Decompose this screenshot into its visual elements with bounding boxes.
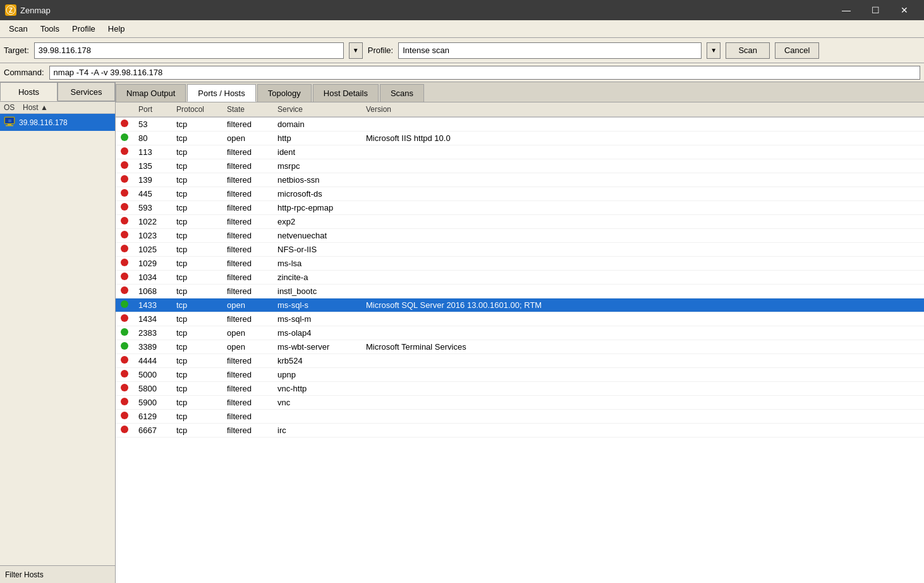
maximize-button[interactable]: ☐ [861,0,890,20]
tab-topology[interactable]: Topology [257,84,312,102]
port-cell: 3389 [133,340,171,354]
table-row[interactable]: 3389 tcp open ms-wbt-server Microsoft Te… [116,340,924,354]
status-cell [116,271,133,285]
status-cell [116,257,133,271]
state-cell: filtered [222,410,272,424]
profile-dropdown-button[interactable]: ▼ [707,42,720,59]
table-row[interactable]: 53 tcp filtered domain [116,117,924,132]
status-dot [121,189,128,197]
service-cell: ident [272,145,361,159]
menu-tools[interactable]: Tools [34,21,66,36]
tab-ports-hosts[interactable]: Ports / Hosts [187,84,255,102]
service-cell: netvenuechat [272,229,361,243]
table-row[interactable]: 1029 tcp filtered ms-lsa [116,257,924,271]
menu-profile[interactable]: Profile [66,21,102,36]
menu-scan[interactable]: Scan [3,21,34,36]
service-cell: ms-olap4 [272,326,361,340]
version-cell [361,187,924,201]
table-row[interactable]: 2383 tcp open ms-olap4 [116,326,924,340]
close-button[interactable]: ✕ [890,0,919,20]
port-cell: 1068 [133,285,171,298]
table-row[interactable]: 1433 tcp open ms-sql-s Microsoft SQL Ser… [116,298,924,312]
titlebar: Z Zenmap — ☐ ✕ [0,0,924,20]
version-cell [361,145,924,159]
status-cell [116,382,133,396]
scan-button[interactable]: Scan [726,42,770,59]
profile-input[interactable] [398,42,702,59]
status-cell [116,145,133,159]
table-row[interactable]: 113 tcp filtered ident [116,145,924,159]
state-cell: filtered [222,354,272,368]
table-row[interactable]: 1022 tcp filtered exp2 [116,215,924,229]
state-cell: filtered [222,271,272,285]
table-row[interactable]: 445 tcp filtered microsoft-ds [116,187,924,201]
col-header-service[interactable]: Service [272,102,361,117]
port-cell: 139 [133,173,171,187]
table-row[interactable]: 6667 tcp filtered irc [116,424,924,438]
tab-scans[interactable]: Scans [380,84,424,102]
tab-host-details[interactable]: Host Details [313,84,379,102]
state-cell: open [222,326,272,340]
col-header-version[interactable]: Version [361,102,924,117]
col-header-port[interactable]: Port [133,102,171,117]
service-cell: ms-sql-m [272,312,361,326]
status-dot [121,273,128,280]
minimize-button[interactable]: — [832,0,861,20]
state-cell: filtered [222,257,272,271]
cancel-button[interactable]: Cancel [775,42,819,59]
protocol-cell: tcp [171,354,222,368]
table-row[interactable]: 139 tcp filtered netbios-ssn [116,173,924,187]
menu-help[interactable]: Help [102,21,131,36]
state-cell: filtered [222,382,272,396]
table-row[interactable]: 5900 tcp filtered vnc [116,396,924,410]
version-cell [361,410,924,424]
table-header-row: Port Protocol State Service Version [116,102,924,117]
col-header-state[interactable]: State [222,102,272,117]
tab-hosts[interactable]: Hosts [0,82,58,101]
tab-services[interactable]: Services [58,82,115,101]
host-ip: 39.98.116.178 [16,118,68,127]
host-tabs: Hosts Services [0,82,115,102]
table-row[interactable]: 1068 tcp filtered instl_bootc [116,285,924,298]
table-row[interactable]: 5000 tcp filtered upnp [116,368,924,382]
status-cell [116,354,133,368]
port-cell: 1434 [133,312,171,326]
table-row[interactable]: 1025 tcp filtered NFS-or-IIS [116,243,924,257]
svg-text:⊞: ⊞ [8,119,11,123]
protocol-cell: tcp [171,243,222,257]
window-controls: — ☐ ✕ [832,0,919,20]
table-row[interactable]: 80 tcp open http Microsoft IIS httpd 10.… [116,132,924,145]
table-row[interactable]: 1023 tcp filtered netvenuechat [116,229,924,243]
version-cell [361,326,924,340]
table-row[interactable]: 1034 tcp filtered zincite-a [116,271,924,285]
port-cell: 593 [133,201,171,215]
table-row[interactable]: 6129 tcp filtered [116,410,924,424]
protocol-cell: tcp [171,424,222,438]
service-cell: microsoft-ds [272,187,361,201]
service-cell: exp2 [272,215,361,229]
table-row[interactable]: 5800 tcp filtered vnc-http [116,382,924,396]
command-input[interactable] [49,66,920,80]
state-cell: filtered [222,159,272,173]
service-cell: zincite-a [272,271,361,285]
protocol-cell: tcp [171,117,222,132]
port-cell: 445 [133,187,171,201]
version-cell [361,229,924,243]
table-row[interactable]: 1434 tcp filtered ms-sql-m [116,312,924,326]
table-row[interactable]: 135 tcp filtered msrpc [116,159,924,173]
table-row[interactable]: 593 tcp filtered http-rpc-epmap [116,201,924,215]
col-header-protocol[interactable]: Protocol [171,102,222,117]
port-cell: 1025 [133,243,171,257]
status-dot [121,259,128,266]
service-cell: ms-lsa [272,257,361,271]
table-row[interactable]: 4444 tcp filtered krb524 [116,354,924,368]
target-input[interactable] [34,42,344,59]
target-dropdown-button[interactable]: ▼ [349,42,363,59]
status-dot [121,133,128,141]
tab-nmap-output[interactable]: Nmap Output [116,84,186,102]
filter-hosts-button[interactable]: Filter Hosts [0,565,115,583]
state-cell: filtered [222,396,272,410]
host-row[interactable]: ⊞ 39.98.116.178 [0,114,115,131]
port-cell: 6667 [133,424,171,438]
service-cell: vnc [272,396,361,410]
